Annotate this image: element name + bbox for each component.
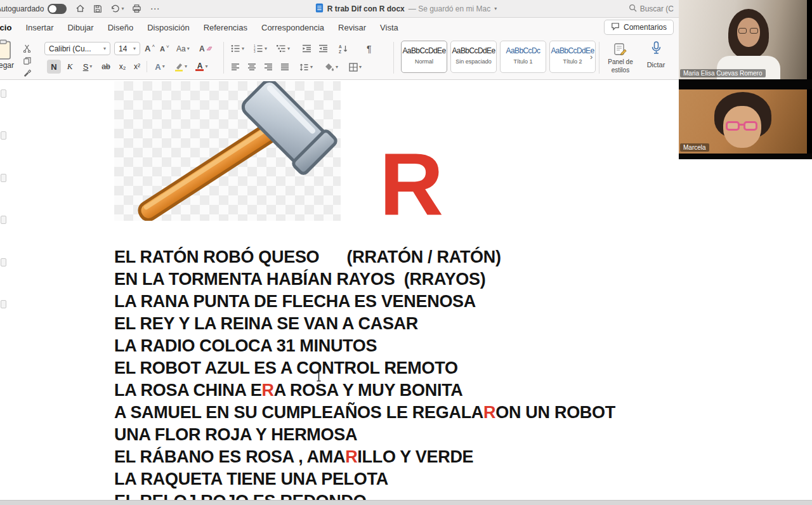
line-text[interactable]: LA RADIO COLOCA 31 MINUTOS [114, 336, 377, 355]
line-text[interactable]: ON UN ROBOT [495, 403, 615, 422]
styles-pane-icon[interactable] [608, 42, 633, 57]
tab-dibujar[interactable]: Dibujar [60, 18, 100, 37]
align-center-button[interactable] [247, 60, 256, 74]
style-card-título-1[interactable]: AaBbCcDcTítulo 1 [500, 41, 546, 73]
dictate-label[interactable]: Dictar [641, 61, 671, 70]
caret-down-icon[interactable]: ▾ [121, 6, 124, 11]
doc-line[interactable]: EL RÁBANO ES ROSA , AMARILLO Y VERDE [114, 446, 615, 468]
doc-line[interactable]: EL RATÓN ROBÓ QUESO (RRATÓN / RATÓN) [114, 246, 615, 268]
pilcrow-button[interactable]: ¶ [367, 42, 372, 55]
doc-line[interactable]: EL REY Y LA REINA SE VAN A CASAR [114, 313, 615, 335]
copy-icon[interactable] [23, 54, 31, 67]
print-icon[interactable] [132, 4, 141, 13]
video-participant-2[interactable]: Marcela [679, 89, 807, 154]
tab-insertar[interactable]: Insertar [18, 18, 60, 37]
multilevel-list-button[interactable]: ▾ [277, 42, 290, 55]
line-text[interactable]: LA ROSA CHINA E [114, 381, 262, 400]
style-card-normal[interactable]: AaBbCcDdEeNormal [401, 41, 447, 73]
hammer-image[interactable] [114, 81, 341, 221]
line-text[interactable]: EL RÁBANO ES ROSA , AMA [114, 447, 345, 466]
tab-revisar[interactable]: Revisar [331, 18, 373, 37]
font-color-button[interactable]: A ▾ [192, 60, 211, 74]
paste-button[interactable] [0, 39, 13, 62]
font-size-combo[interactable]: 14 ▾ [114, 42, 140, 55]
line-spacing-button[interactable]: ▾ [299, 60, 313, 74]
red-letter[interactable]: R [345, 447, 357, 466]
document-status: — Se guardó en mi Mac [409, 4, 490, 13]
red-letter[interactable]: R [483, 403, 495, 422]
tab-diseño[interactable]: Diseño [101, 18, 140, 37]
clear-formatting-button[interactable]: A [199, 42, 213, 55]
line-text[interactable]: ILLO Y VERDE [357, 447, 473, 466]
caret-down-icon: ▾ [133, 46, 136, 51]
numbering-button[interactable]: 123 ▾ [254, 42, 267, 55]
doc-line[interactable]: LA RADIO COLOCA 31 MINUTOS [114, 335, 615, 357]
red-letter[interactable]: R [262, 381, 274, 400]
comments-button[interactable]: Comentarios [604, 20, 674, 35]
doc-line[interactable]: EL ROBOT AZUL ES A CONTROL REMOTO [114, 357, 615, 379]
format-painter-icon[interactable] [23, 66, 31, 79]
line-text[interactable]: A SAMUEL EN SU CUMPLEAÑOS LE REGALA [114, 403, 483, 422]
doc-line[interactable]: LA ROSA CHINA ERA ROSA Y MUY BONITA [114, 379, 615, 402]
bullets-button[interactable]: ▾ [231, 42, 244, 55]
search-button[interactable]: Buscar (C [629, 0, 674, 18]
undo-icon[interactable]: ▾ [110, 4, 124, 13]
superscript-button[interactable]: x² [130, 60, 144, 74]
line-text[interactable]: LA RANA PUNTA DE FLECHA ES VENENOSA [114, 292, 476, 311]
tab-vista[interactable]: Vista [373, 18, 405, 37]
shrink-font-button[interactable]: A˅ [160, 42, 169, 55]
line-text[interactable]: EL ROBOT AZUL ES A CONTROL REMOTO [114, 358, 458, 377]
shading-button[interactable]: ▾ [325, 60, 338, 74]
margin-mark [1, 258, 6, 266]
line-text[interactable]: LA RAQUETA TIENE UNA PELOTA [114, 469, 388, 489]
line-text[interactable]: UNA FLOR ROJA Y HERMOSA [114, 425, 357, 444]
text-effects-button[interactable]: A ▾ [151, 60, 169, 74]
line-text[interactable]: A ROSA Y MUY BONITA [274, 381, 463, 400]
style-card-título-2[interactable]: AaBbCcDdEeTítulo 2 [549, 41, 596, 73]
save-icon[interactable] [93, 4, 102, 13]
italic-button[interactable]: K [63, 60, 77, 74]
doc-line[interactable]: EN LA TORMENTA HABÍAN RAYOS (RRAYOS) [114, 268, 615, 291]
dictate-icon[interactable] [645, 41, 667, 57]
tab-referencias[interactable]: Referencias [197, 18, 254, 37]
line-text[interactable]: EL RATÓN ROBÓ QUESO (RRATÓN / RATÓN) [114, 247, 501, 266]
document-lines: EL RATÓN ROBÓ QUESO (RRATÓN / RATÓN)EN L… [114, 246, 615, 505]
doc-line[interactable]: A SAMUEL EN SU CUMPLEAÑOS LE REGALARON U… [114, 402, 615, 424]
line-text[interactable]: EN LA TORMENTA HABÍAN RAYOS (RRAYOS) [114, 270, 485, 289]
decrease-indent-button[interactable] [302, 42, 311, 55]
increase-indent-button[interactable] [318, 42, 328, 55]
line-text[interactable]: EL REY Y LA REINA SE VAN A CASAR [114, 314, 418, 333]
more-commands-icon[interactable]: ⋯ [150, 3, 159, 15]
change-case-button[interactable]: Aa ▾ [176, 42, 190, 55]
autosave-toggle[interactable] [48, 4, 67, 14]
doc-line[interactable]: LA RAQUETA TIENE UNA PELOTA [114, 468, 615, 490]
highlight-button[interactable]: ▾ [171, 60, 190, 74]
style-card-sin-espaciado[interactable]: AaBbCcDdEeSin espaciado [450, 41, 497, 73]
align-left-button[interactable] [231, 60, 240, 74]
participant-name: Maria Elisa Cuevas Romero [680, 69, 766, 77]
margin-mark [1, 300, 6, 308]
sort-button[interactable]: AZ [339, 42, 348, 55]
tab-icio[interactable]: icio [0, 18, 18, 37]
subscript-button[interactable]: x₂ [115, 60, 129, 74]
styles-more-icon[interactable]: › [590, 52, 593, 62]
strikethrough-button[interactable]: ab [98, 60, 114, 74]
borders-button[interactable]: ▾ [349, 60, 362, 74]
doc-line[interactable]: UNA FLOR ROJA Y HERMOSA [114, 424, 615, 446]
tab-correspondencia[interactable]: Correspondencia [254, 18, 331, 37]
justify-button[interactable] [280, 60, 289, 74]
styles-pane-label[interactable]: Panel de estilos [601, 58, 639, 74]
paste-label[interactable]: egar [0, 61, 19, 70]
home-icon[interactable] [75, 4, 85, 13]
tab-disposición[interactable]: Disposición [140, 18, 196, 37]
cut-icon[interactable] [23, 42, 31, 55]
doc-line[interactable]: LA RANA PUNTA DE FLECHA ES VENENOSA [114, 291, 615, 313]
align-right-button[interactable] [264, 60, 273, 74]
font-name-combo[interactable]: Calibri (Cu... ▾ [44, 42, 110, 55]
video-participant-1[interactable]: Maria Elisa Cuevas Romero [679, 0, 807, 79]
caret-down-icon[interactable]: ▾ [494, 6, 497, 11]
big-letter-r[interactable]: R [379, 140, 443, 228]
grow-font-button[interactable]: A˄ [145, 42, 155, 55]
underline-button[interactable]: S ▾ [79, 60, 96, 74]
bold-button[interactable]: N [47, 60, 61, 74]
